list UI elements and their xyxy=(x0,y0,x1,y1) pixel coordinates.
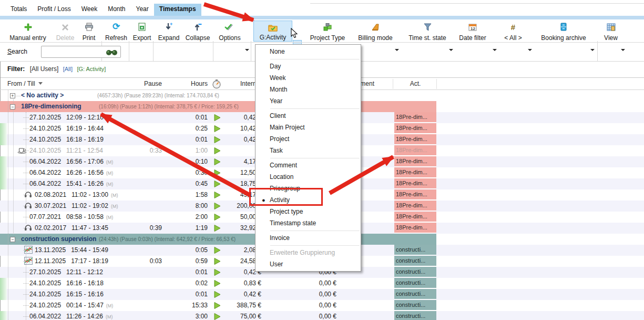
svg-text:12: 12 xyxy=(471,26,475,31)
play-icon[interactable] xyxy=(213,279,221,289)
menu-item-month[interactable]: Month xyxy=(255,84,361,95)
play-icon[interactable] xyxy=(213,257,221,267)
internal-cell: 0,83 € xyxy=(223,279,261,287)
menu-item-activity[interactable]: ●Activity xyxy=(255,194,361,206)
menu-item-task[interactable]: Task xyxy=(255,145,361,156)
play-icon[interactable] xyxy=(213,180,221,190)
timestamp-row[interactable]: 24.10.2025 16:15 - 16:160:010,42 €0,00 €… xyxy=(0,289,644,300)
binoculars-icon[interactable] xyxy=(106,48,118,56)
tab-year[interactable]: Year xyxy=(131,4,154,16)
menu-item-location[interactable]: Location xyxy=(255,171,361,183)
refresh-icon: ⟳ xyxy=(113,22,120,31)
billing-mode-dropdown-caret[interactable] xyxy=(395,49,399,51)
booking-archive-button[interactable]: Booking archive xyxy=(537,21,590,42)
date-filter-button[interactable]: 12 Date filter xyxy=(456,21,489,42)
tab-timestamps[interactable]: Timestamps xyxy=(154,4,201,16)
time-st-state-dropdown-caret[interactable] xyxy=(449,49,453,51)
menu-item-timestamp-state[interactable]: Timestamp state xyxy=(255,217,361,229)
tab-profit-loss[interactable]: Profit / Loss xyxy=(32,4,76,16)
hours-cell: 0:02 xyxy=(166,279,208,287)
expand-tree-icon[interactable]: + xyxy=(10,93,15,98)
billing-mode-button[interactable]: Billing mode xyxy=(353,21,397,42)
filter-all[interactable]: [All] xyxy=(63,66,73,72)
play-icon[interactable] xyxy=(213,136,221,146)
menu-item-main-project[interactable]: Main Project xyxy=(255,122,361,133)
options-dropdown-caret[interactable] xyxy=(245,49,249,51)
activity-badge: 18Pre-dim... xyxy=(394,123,436,134)
hours-cell: 0:01 xyxy=(166,114,208,121)
column-header-pause[interactable]: Pause xyxy=(124,80,162,87)
group-totals: (24:43h) (Pause 0:03h) (Internal: 642,92… xyxy=(99,236,236,242)
delete-button[interactable]: Delete xyxy=(53,21,77,42)
activity-badge: 18Pre-dim... xyxy=(394,201,436,211)
filter-grouping-activity[interactable]: [G: Activity] xyxy=(77,66,106,72)
play-icon[interactable] xyxy=(213,213,221,223)
hours-cell: 0:25 xyxy=(166,125,208,132)
timestamp-date-range: 06.04.2022 16:26 - 16:56(M) xyxy=(29,169,113,176)
timestamp-row[interactable]: 24.10.2025 16:16 - 16:180:020,83 €0,00 €… xyxy=(0,278,644,289)
all-filter-dropdown-caret[interactable] xyxy=(528,49,532,51)
menu-item-day[interactable]: Day xyxy=(255,61,361,72)
time-st-state-button[interactable]: Time st. state xyxy=(404,21,451,42)
play-icon[interactable] xyxy=(213,302,221,312)
double-check-icon xyxy=(224,22,235,31)
menu-item-year[interactable]: Year xyxy=(255,95,361,107)
booking-archive-dropdown-caret[interactable] xyxy=(590,49,595,51)
play-icon[interactable] xyxy=(213,268,221,278)
tree-line xyxy=(26,245,26,320)
play-icon[interactable] xyxy=(213,114,221,124)
menu-item-comment[interactable]: Comment xyxy=(255,159,361,171)
menu-item-none[interactable]: None xyxy=(255,46,361,57)
activity-badge: 18Pre-dim... xyxy=(394,145,436,156)
activity-badge: constructi... xyxy=(394,267,436,277)
collapse-button[interactable]: Collapse xyxy=(183,21,212,42)
refresh-button[interactable]: ⟳ Refresh xyxy=(104,21,129,42)
menu-item-project-type[interactable]: Project type xyxy=(255,206,361,217)
modified-marker: (M) xyxy=(106,303,114,308)
options-button[interactable]: Options xyxy=(216,21,244,42)
timestamp-date-range: 06.04.2022 11:26 - 14:26(M) xyxy=(29,313,113,320)
view-button[interactable]: View xyxy=(600,21,621,42)
menu-item-week[interactable]: Week xyxy=(255,72,361,84)
date-filter-dropdown-caret[interactable] xyxy=(493,49,497,51)
column-header-act[interactable]: Act. xyxy=(394,80,436,87)
collapse-tree-icon[interactable]: − xyxy=(10,237,15,242)
menu-item-pricegroup[interactable]: Pricegroup xyxy=(255,183,361,194)
excel-export-icon xyxy=(138,22,146,31)
column-header-hours[interactable]: Hours xyxy=(166,80,208,87)
manual-entry-button[interactable]: Manual entry xyxy=(4,21,52,42)
play-icon[interactable] xyxy=(213,246,221,256)
search-box xyxy=(41,46,121,58)
top-divider xyxy=(310,3,644,4)
view-dropdown-caret[interactable] xyxy=(621,49,625,51)
column-header-from-till[interactable]: From / Till xyxy=(7,80,43,87)
print-button[interactable]: Print xyxy=(79,21,99,42)
all-filter-button[interactable]: # < All > xyxy=(499,21,527,42)
search-input[interactable] xyxy=(43,47,106,57)
menu-item-client[interactable]: Client xyxy=(255,110,361,122)
play-icon[interactable] xyxy=(213,224,221,234)
play-icon[interactable] xyxy=(213,202,221,212)
expand-button[interactable]: + Expand xyxy=(155,21,182,42)
play-icon[interactable] xyxy=(213,125,221,135)
tab-totals[interactable]: Totals xyxy=(5,4,32,16)
play-icon[interactable] xyxy=(213,147,221,157)
project-type-button[interactable]: Project Type xyxy=(305,21,350,42)
play-icon[interactable] xyxy=(213,291,221,301)
menu-item-user[interactable]: User xyxy=(255,258,361,270)
menu-item-project[interactable]: Project xyxy=(255,133,361,145)
tab-month[interactable]: Month xyxy=(103,4,130,16)
play-icon[interactable] xyxy=(213,191,221,201)
timestamp-row[interactable]: 06.04.2022 11:26 - 14:26(M)3:0075,00 €0,… xyxy=(0,311,644,320)
timestamp-row[interactable]: 24.10.2025 00:14 - 15:47(M)15:33388,75 €… xyxy=(0,300,644,311)
menu-item-invoice[interactable]: Invoice xyxy=(255,232,361,244)
g-activity-button[interactable]: G:Activity xyxy=(253,21,292,42)
play-icon[interactable] xyxy=(213,169,221,179)
hours-cell: 1:00 xyxy=(166,147,208,154)
export-button[interactable]: Export xyxy=(130,21,154,42)
tab-week[interactable]: Week xyxy=(76,4,103,16)
play-icon[interactable] xyxy=(213,158,221,168)
filter-all-users[interactable]: [All Users] xyxy=(30,65,59,73)
play-icon[interactable] xyxy=(213,313,221,320)
collapse-tree-icon[interactable]: − xyxy=(10,104,15,109)
